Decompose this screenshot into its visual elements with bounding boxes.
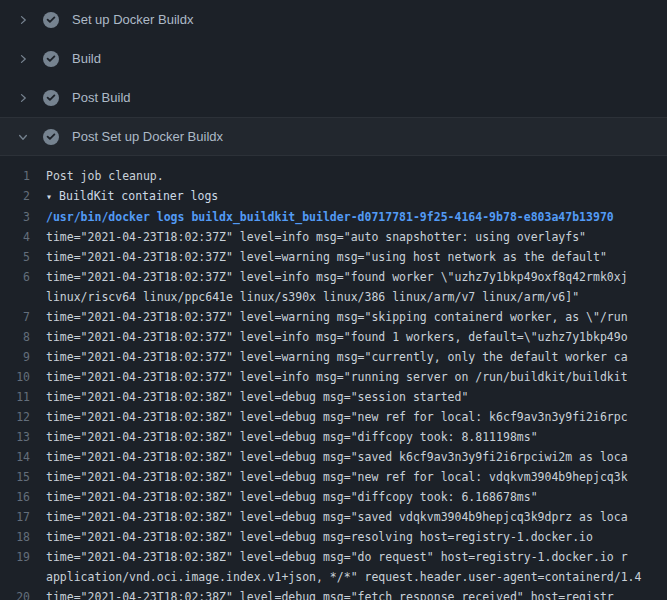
step-label: Post Set up Docker Buildx	[72, 129, 223, 144]
log-text: time="2021-04-23T18:02:37Z" level=info m…	[46, 367, 667, 387]
line-number[interactable]: 18	[0, 527, 46, 547]
log-text: linux/riscv64 linux/ppc641e linux/s390x …	[46, 287, 667, 307]
log-line: 16time="2021-04-23T18:02:38Z" level=debu…	[0, 487, 667, 507]
log-text: time="2021-04-23T18:02:38Z" level=debug …	[46, 387, 667, 407]
step-label: Post Build	[72, 90, 131, 105]
log-line: 6time="2021-04-23T18:02:37Z" level=info …	[0, 267, 667, 287]
log-text: time="2021-04-23T18:02:38Z" level=debug …	[46, 487, 667, 507]
log-text: time="2021-04-23T18:02:37Z" level=info m…	[46, 227, 667, 247]
log-text: time="2021-04-23T18:02:37Z" level=warnin…	[46, 247, 667, 267]
log-line: 19time="2021-04-23T18:02:38Z" level=debu…	[0, 547, 667, 567]
line-number[interactable]: 5	[0, 247, 46, 267]
log-text: time="2021-04-23T18:02:38Z" level=debug …	[46, 407, 667, 427]
log-line: 11time="2021-04-23T18:02:38Z" level=debu…	[0, 387, 667, 407]
line-number[interactable]: 13	[0, 427, 46, 447]
job-step-list: Set up Docker Buildx Build Post Build Po…	[0, 0, 667, 600]
check-circle-icon	[43, 90, 59, 106]
line-number[interactable]: 4	[0, 227, 46, 247]
chevron-right-icon	[16, 52, 30, 66]
log-text: Post job cleanup.	[46, 166, 667, 186]
line-number[interactable]: 20	[0, 587, 46, 600]
line-number[interactable]: 10	[0, 367, 46, 387]
step-header-build[interactable]: Build	[0, 39, 667, 78]
log-line: 1Post job cleanup.	[0, 166, 667, 186]
log-group-toggle[interactable]: ▾BuildKit container logs	[46, 186, 667, 207]
line-number[interactable]: 15	[0, 467, 46, 487]
line-number[interactable]: 6	[0, 267, 46, 287]
line-number[interactable]: 2	[0, 186, 46, 207]
log-line: 13time="2021-04-23T18:02:38Z" level=debu…	[0, 427, 667, 447]
check-circle-icon	[43, 129, 59, 145]
line-number[interactable]: 7	[0, 307, 46, 327]
line-number	[0, 567, 46, 587]
log-text: time="2021-04-23T18:02:37Z" level=warnin…	[46, 347, 667, 367]
line-number	[0, 287, 46, 307]
log-line: 8time="2021-04-23T18:02:37Z" level=info …	[0, 327, 667, 347]
step-header-setup-docker-buildx[interactable]: Set up Docker Buildx	[0, 0, 667, 39]
log-line: linux/riscv64 linux/ppc641e linux/s390x …	[0, 287, 667, 307]
line-number[interactable]: 14	[0, 447, 46, 467]
check-circle-icon	[43, 12, 59, 28]
log-line: 4time="2021-04-23T18:02:37Z" level=info …	[0, 227, 667, 247]
log-lines: 1Post job cleanup.2▾BuildKit container l…	[0, 156, 667, 600]
line-number[interactable]: 9	[0, 347, 46, 367]
line-number[interactable]: 1	[0, 166, 46, 186]
log-text: time="2021-04-23T18:02:38Z" level=debug …	[46, 507, 667, 527]
log-line: 20time="2021-04-23T18:02:38Z" level=debu…	[0, 587, 667, 600]
log-line: 10time="2021-04-23T18:02:37Z" level=info…	[0, 367, 667, 387]
chevron-right-icon	[16, 13, 30, 27]
log-text: time="2021-04-23T18:02:37Z" level=info m…	[46, 267, 667, 287]
chevron-right-icon	[16, 91, 30, 105]
log-command-text: /usr/bin/docker logs buildx_buildkit_bui…	[46, 207, 667, 227]
line-number[interactable]: 8	[0, 327, 46, 347]
step-label: Set up Docker Buildx	[72, 12, 193, 27]
log-text: time="2021-04-23T18:02:38Z" level=debug …	[46, 547, 667, 567]
line-number[interactable]: 12	[0, 407, 46, 427]
line-number[interactable]: 19	[0, 547, 46, 567]
line-number[interactable]: 11	[0, 387, 46, 407]
line-number[interactable]: 16	[0, 487, 46, 507]
line-number[interactable]: 3	[0, 207, 46, 227]
log-line: 14time="2021-04-23T18:02:38Z" level=debu…	[0, 447, 667, 467]
group-label: BuildKit container logs	[59, 189, 218, 203]
log-line: 15time="2021-04-23T18:02:38Z" level=debu…	[0, 467, 667, 487]
log-line: 18time="2021-04-23T18:02:38Z" level=debu…	[0, 527, 667, 547]
step-label: Build	[72, 51, 101, 66]
check-circle-icon	[43, 51, 59, 67]
log-text: time="2021-04-23T18:02:38Z" level=debug …	[46, 447, 667, 467]
log-line: 12time="2021-04-23T18:02:38Z" level=debu…	[0, 407, 667, 427]
log-line: 7time="2021-04-23T18:02:37Z" level=warni…	[0, 307, 667, 327]
log-line: 17time="2021-04-23T18:02:38Z" level=debu…	[0, 507, 667, 527]
step-header-post-setup-docker-buildx[interactable]: Post Set up Docker Buildx	[0, 117, 667, 156]
group-expanded-icon[interactable]: ▾	[46, 187, 52, 207]
step-header-post-build[interactable]: Post Build	[0, 78, 667, 117]
log-line: 2▾BuildKit container logs	[0, 186, 667, 207]
log-line: application/vnd.oci.image.index.v1+json,…	[0, 567, 667, 587]
log-text: time="2021-04-23T18:02:38Z" level=debug …	[46, 587, 667, 600]
line-number[interactable]: 17	[0, 507, 46, 527]
log-text: time="2021-04-23T18:02:37Z" level=info m…	[46, 327, 667, 347]
chevron-down-icon	[16, 130, 30, 144]
log-text: time="2021-04-23T18:02:37Z" level=warnin…	[46, 307, 667, 327]
log-line: 3/usr/bin/docker logs buildx_buildkit_bu…	[0, 207, 667, 227]
log-text: time="2021-04-23T18:02:38Z" level=debug …	[46, 527, 667, 547]
log-text: time="2021-04-23T18:02:38Z" level=debug …	[46, 467, 667, 487]
log-text: time="2021-04-23T18:02:38Z" level=debug …	[46, 427, 667, 447]
log-line: 5time="2021-04-23T18:02:37Z" level=warni…	[0, 247, 667, 267]
log-line: 9time="2021-04-23T18:02:37Z" level=warni…	[0, 347, 667, 367]
log-text: application/vnd.oci.image.index.v1+json,…	[46, 567, 667, 587]
